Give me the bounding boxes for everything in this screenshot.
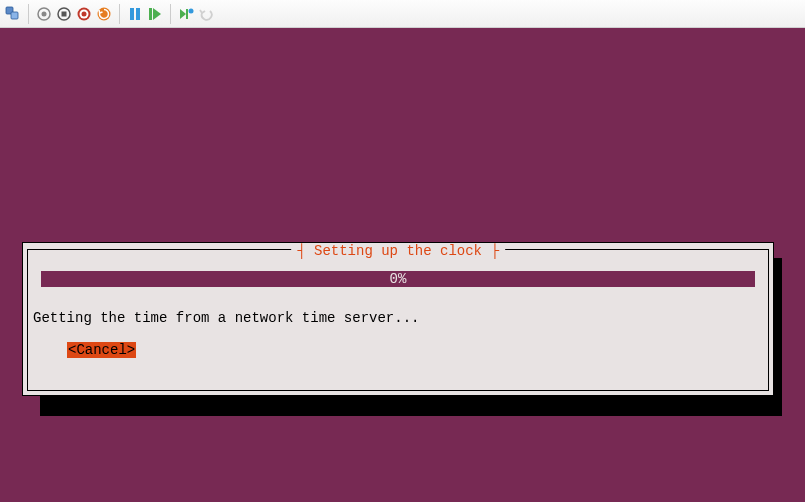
svg-point-3: [42, 11, 47, 16]
vm-icon[interactable]: [4, 5, 22, 23]
restart-icon[interactable]: [95, 5, 113, 23]
svg-point-8: [82, 11, 87, 16]
power-icon[interactable]: [75, 5, 93, 23]
skip-icon[interactable]: [177, 5, 195, 23]
play-icon[interactable]: [146, 5, 164, 23]
status-text: Getting the time from a network time ser…: [33, 310, 419, 326]
clock-setup-dialog: ┤ Setting up the clock ├ 0% Getting the …: [22, 242, 774, 396]
vm-toolbar: [0, 0, 805, 28]
svg-point-14: [189, 8, 194, 13]
svg-rect-1: [11, 12, 18, 19]
separator: [28, 4, 29, 24]
dialog-title: ┤ Setting up the clock ├: [291, 243, 505, 259]
progress-bar: 0%: [41, 271, 755, 287]
progress-percent: 0%: [390, 271, 407, 287]
svg-rect-5: [62, 11, 67, 16]
svg-rect-12: [149, 8, 152, 20]
installer-console: ┤ Setting up the clock ├ 0% Getting the …: [0, 28, 805, 502]
svg-rect-10: [130, 8, 134, 20]
svg-rect-11: [136, 8, 140, 20]
stop-icon[interactable]: [55, 5, 73, 23]
separator: [170, 4, 171, 24]
snapshot-icon[interactable]: [35, 5, 53, 23]
svg-rect-13: [186, 9, 188, 19]
pause-icon[interactable]: [126, 5, 144, 23]
separator: [119, 4, 120, 24]
cancel-button[interactable]: <Cancel>: [67, 342, 136, 358]
undo-icon[interactable]: [197, 5, 215, 23]
